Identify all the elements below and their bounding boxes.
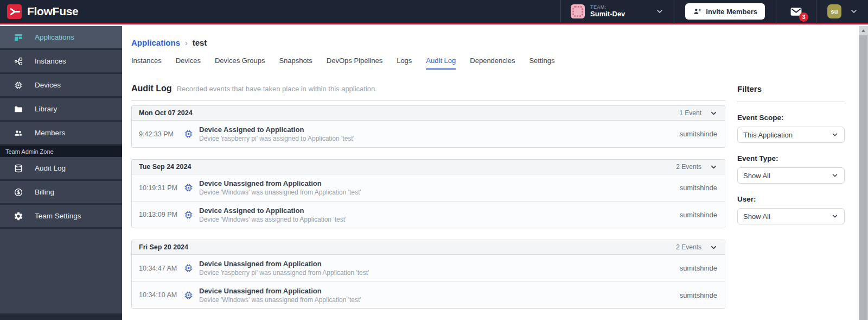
people-icon <box>14 128 23 138</box>
gear-icon <box>14 211 23 221</box>
tab-devices-groups[interactable]: Devices Groups <box>215 57 265 70</box>
event-row: 10:34:47 AM Device Unassigned from Appli… <box>132 255 725 281</box>
sidebar-item-label: Library <box>35 105 57 113</box>
event-scope-value: This Application <box>743 131 793 139</box>
event-row: 10:34:10 AM Device Unassigned from Appli… <box>132 281 725 308</box>
chevron-down-icon <box>831 212 839 220</box>
tab-settings[interactable]: Settings <box>529 57 554 70</box>
tab-devices[interactable]: Devices <box>176 57 201 70</box>
event-title: Device Unassigned from Application <box>199 260 680 268</box>
brand[interactable]: FlowFuse <box>7 4 78 19</box>
chevron-down-icon[interactable] <box>710 109 718 117</box>
group-event-count: 1 Event <box>679 109 701 117</box>
filters-title: Filters <box>737 84 845 93</box>
invite-members-button[interactable]: Invite Members <box>685 3 765 20</box>
group-event-count: 2 Events <box>676 243 701 251</box>
tab-devops-pipelines[interactable]: DevOps Pipelines <box>327 57 382 70</box>
event-type-select[interactable]: Show All <box>737 167 845 184</box>
event-user: sumitshinde <box>680 264 717 272</box>
sidebar-item-label: Billing <box>35 188 54 196</box>
event-description: Device 'Windows' was assigned to Applica… <box>199 216 680 223</box>
sidebar-item-label: Members <box>35 129 65 137</box>
chevron-down-icon[interactable] <box>850 7 858 16</box>
user-avatar[interactable]: su <box>827 4 841 18</box>
audit-log-section: Audit Log Recorded events that have take… <box>131 84 725 309</box>
event-group: Mon Oct 07 2024 1 Event 9:42:33 PM Devic… <box>131 105 725 148</box>
sidebar-nav: Applications Instances Devices Library M… <box>0 26 122 320</box>
breadcrumb-current: test <box>193 38 207 47</box>
page-subtitle: Recorded events that have taken place in… <box>177 85 377 93</box>
group-event-count: 2 Events <box>676 163 701 171</box>
tab-instances[interactable]: Instances <box>131 57 162 70</box>
sidebar-item-billing[interactable]: Billing <box>0 181 122 205</box>
event-title: Device Assigned to Application <box>199 126 680 134</box>
top-header: FlowFuse TEAM: Sumit-Dev <box>0 0 868 24</box>
sidebar-item-label: Audit Log <box>35 164 66 172</box>
chevron-down-icon[interactable] <box>710 163 718 171</box>
breadcrumb: Applications › test <box>131 38 845 47</box>
event-row: 10:19:31 PM Device Unassigned from Appli… <box>132 174 725 201</box>
sidebar-item-team-settings[interactable]: Team Settings <box>0 205 122 229</box>
person-plus-icon <box>693 7 701 16</box>
event-user: sumitshinde <box>680 184 717 192</box>
page-title: Audit Log <box>131 84 172 93</box>
event-time: 9:42:33 PM <box>139 130 179 138</box>
section-divider <box>131 101 725 101</box>
event-scope-select[interactable]: This Application <box>737 127 845 143</box>
event-group: Fri Sep 20 2024 2 Events 10:34:47 AM Dev… <box>131 240 725 309</box>
sidebar-item-applications[interactable]: Applications <box>0 26 122 50</box>
invite-members-label: Invite Members <box>706 8 757 16</box>
event-time: 10:34:10 AM <box>139 291 179 299</box>
sidebar-item-devices[interactable]: Devices <box>0 74 122 98</box>
filter-label-user: User: <box>737 195 845 203</box>
user-select[interactable]: Show All <box>737 208 845 224</box>
breadcrumb-separator: › <box>185 39 188 47</box>
tab-audit-log[interactable]: Audit Log <box>426 57 456 70</box>
event-row: 9:42:33 PM Device Assigned to Applicatio… <box>132 121 725 147</box>
tab-dependencies[interactable]: Dependencies <box>470 57 515 70</box>
folder-icon <box>14 104 23 114</box>
scrollbar-thumb[interactable] <box>859 35 867 320</box>
brand-name: FlowFuse <box>27 5 78 18</box>
chevron-down-icon[interactable] <box>710 243 718 252</box>
sidebar-item-label: Team Settings <box>35 212 81 220</box>
event-description: Device 'raspberry pi' was unassigned fro… <box>199 269 680 277</box>
header-actions: TEAM: Sumit-Dev Invite Members <box>560 0 861 24</box>
chip-icon <box>183 290 194 300</box>
scroll-up-button[interactable] <box>859 26 868 35</box>
event-title: Device Unassigned from Application <box>199 287 680 295</box>
event-group-header[interactable]: Mon Oct 07 2024 1 Event <box>132 106 725 121</box>
sidebar-item-instances[interactable]: Instances <box>0 50 122 74</box>
sidebar-section-team-admin-zone: Team Admin Zone <box>0 146 122 157</box>
sidebar-item-audit-log[interactable]: Audit Log <box>0 157 122 181</box>
sidebar-item-label: Instances <box>35 57 66 65</box>
flowfuse-app: FlowFuse TEAM: Sumit-Dev <box>0 0 868 320</box>
event-time: 10:19:31 PM <box>139 184 179 192</box>
event-group-header[interactable]: Fri Sep 20 2024 2 Events <box>132 240 725 255</box>
main-content: Applications › test Instances Devices De… <box>122 26 859 320</box>
event-time: 10:13:09 PM <box>139 211 179 218</box>
breadcrumb-applications-link[interactable]: Applications <box>131 38 180 47</box>
applications-icon <box>14 33 23 42</box>
event-user: sumitshinde <box>680 291 717 299</box>
sidebar-item-library[interactable]: Library <box>0 98 122 122</box>
team-name: Sumit-Dev <box>590 10 625 18</box>
event-type-value: Show All <box>743 172 770 180</box>
instances-icon <box>14 57 23 66</box>
event-group-header[interactable]: Tue Sep 24 2024 2 Events <box>132 160 725 174</box>
database-icon <box>14 164 23 173</box>
team-switcher[interactable]: TEAM: Sumit-Dev <box>561 0 674 24</box>
notifications-button[interactable]: 3 <box>789 5 803 18</box>
chevron-down-icon[interactable] <box>655 7 664 16</box>
vertical-scrollbar[interactable] <box>859 26 868 320</box>
sidebar-item-label: Devices <box>35 81 61 89</box>
tab-snapshots[interactable]: Snapshots <box>279 57 312 70</box>
chevron-down-icon <box>831 131 839 139</box>
event-description: Device 'raspberry pi' was assigned to Ap… <box>199 135 680 142</box>
sidebar-item-members[interactable]: Members <box>0 122 122 146</box>
chevron-down-icon <box>831 172 839 179</box>
filters-divider <box>737 102 845 102</box>
tab-logs[interactable]: Logs <box>397 57 412 70</box>
filter-label-event-scope: Event Scope: <box>737 114 845 122</box>
chip-icon <box>183 263 194 273</box>
